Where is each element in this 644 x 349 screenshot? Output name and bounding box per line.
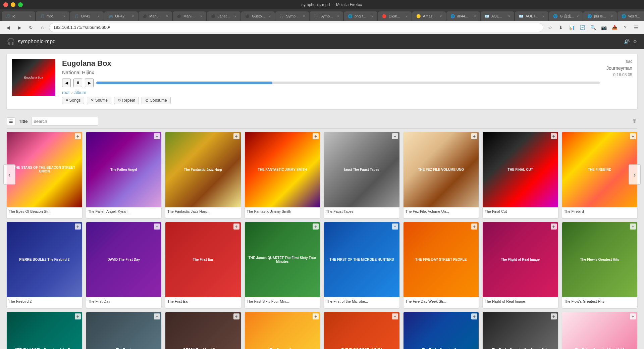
album-add-button-13[interactable]: + xyxy=(392,223,398,230)
browser-tab-19[interactable]: 🌐 yes 9... × xyxy=(618,11,644,21)
album-add-button-2[interactable]: + xyxy=(154,133,160,139)
tab-close-icon[interactable]: × xyxy=(132,14,134,18)
close-button[interactable] xyxy=(3,2,8,7)
consume-button[interactable]: ⊘ Consume xyxy=(142,97,171,104)
tab-close-icon[interactable]: × xyxy=(611,14,613,18)
tab-close-icon[interactable]: × xyxy=(406,14,408,18)
album-card-2[interactable]: The Fallen Angel + The Fallen Angel: Kyr… xyxy=(86,132,162,218)
tab-close-icon[interactable]: × xyxy=(269,14,271,18)
album-card-17[interactable]: STEVE LACY The Forest and the Zoo + The … xyxy=(7,312,82,349)
browser-tab-2[interactable]: 🎵 mpc × xyxy=(36,11,69,21)
album-card-8[interactable]: THE FIREBIRD + The Firebird xyxy=(562,132,638,218)
album-card-20[interactable]: The Connection + The... xyxy=(245,312,320,349)
album-add-button-17[interactable]: + xyxy=(75,313,81,319)
album-card-7[interactable]: THE FINAL CUT + The Final Cut xyxy=(483,132,558,218)
album-add-button-22[interactable]: + xyxy=(471,313,477,319)
browser-tab-11[interactable]: 🌐 png f... × xyxy=(344,11,377,21)
back-button[interactable]: ◀ xyxy=(3,23,13,32)
album-add-button-12[interactable]: + xyxy=(313,223,319,230)
album-add-button-1[interactable]: + xyxy=(75,133,81,139)
tab-close-icon[interactable]: × xyxy=(371,14,373,18)
pocket-button[interactable]: 📥 xyxy=(610,23,619,32)
album-card-15[interactable]: The Flight of Real Image + The Flight of… xyxy=(483,222,558,308)
sync-button[interactable]: 🔄 xyxy=(578,23,587,32)
album-card-22[interactable]: The Funky Organization + The... xyxy=(404,312,479,349)
browser-tab-5[interactable]: ⚫ Mahl... × xyxy=(139,11,172,21)
tab-close-icon[interactable]: × xyxy=(577,14,579,18)
tab-close-icon[interactable]: × xyxy=(29,14,31,18)
browser-tab-4[interactable]: 📹 OP42 × xyxy=(104,11,138,21)
album-card-6[interactable]: THE FEZ FILE VOLUME UNO + The Fez File, … xyxy=(404,132,479,218)
album-add-button-23[interactable]: + xyxy=(551,313,557,319)
tab-close-icon[interactable]: × xyxy=(200,14,202,18)
album-add-button-15[interactable]: + xyxy=(551,223,557,230)
download-button[interactable]: ⬇ xyxy=(556,23,566,32)
shuffle-button[interactable]: ✕ Shuffle xyxy=(87,97,111,104)
search-input[interactable] xyxy=(31,117,98,126)
browser-tab-8[interactable]: ⚫ Gusto... × xyxy=(241,11,275,21)
home-button[interactable]: ⌂ xyxy=(38,23,47,32)
album-card-5[interactable]: faust The Faust Tapes + The Faust Tapes xyxy=(324,132,399,218)
repeat-button[interactable]: ↺ Repeat xyxy=(114,97,139,104)
album-card-23[interactable]: The Funky Organization Henry Cain + The … xyxy=(483,312,558,349)
next-button[interactable]: ▶ xyxy=(85,79,94,87)
album-card-14[interactable]: THE FIVE DAY STREET PEOPLE + The Five Da… xyxy=(404,222,479,308)
browser-tab-13[interactable]: 🟡 Amaz... × xyxy=(412,11,446,21)
history-button[interactable]: 📊 xyxy=(567,23,576,32)
tab-close-icon[interactable]: × xyxy=(98,14,100,18)
browser-tab-6[interactable]: ⚫ Mahl... × xyxy=(173,11,206,21)
list-view-button[interactable]: ☰ xyxy=(7,117,15,125)
album-card-3[interactable]: The Fantastic Jazz Harp + The Fantastic … xyxy=(165,132,241,218)
browser-tab-17[interactable]: 🌐 G 音楽... × xyxy=(549,11,583,21)
tab-close-icon[interactable]: × xyxy=(166,14,168,18)
album-add-button-5[interactable]: + xyxy=(392,133,398,139)
bookmark-button[interactable]: ☆ xyxy=(545,23,555,32)
album-card-11[interactable]: The First Ear + The First Ear xyxy=(165,222,241,308)
browser-tab-15[interactable]: 📧 AOL... × xyxy=(481,11,514,21)
album-add-button-4[interactable]: + xyxy=(313,133,319,139)
album-card-10[interactable]: DAVID The First Day + The First Day xyxy=(86,222,162,308)
album-card-16[interactable]: The Flow's Greatest Hits + The Flow's Gr… xyxy=(562,222,638,308)
browser-tab-1[interactable]: 🎵 ic × xyxy=(2,11,35,21)
album-card-21[interactable]: THE FUGS FIRST ALBUM + The Fugs First Al… xyxy=(324,312,399,349)
album-card-18[interactable]: The Frost + The Frost... xyxy=(86,312,162,349)
album-add-button-14[interactable]: + xyxy=(471,223,477,230)
nav-arrow-right[interactable]: › xyxy=(629,164,641,185)
album-add-button-11[interactable]: + xyxy=(233,223,239,230)
album-add-button-10[interactable]: + xyxy=(154,223,160,230)
help-button[interactable]: ? xyxy=(621,23,630,32)
volume-icon[interactable]: 🔊 xyxy=(624,39,630,44)
browser-tab-9[interactable]: 🎧 Symp... × xyxy=(275,11,309,21)
maximize-button[interactable] xyxy=(18,2,23,7)
tab-close-icon[interactable]: × xyxy=(508,14,510,18)
browser-tab-3[interactable]: 🎵 OP42 × xyxy=(70,11,104,21)
nav-arrow-left[interactable]: ‹ xyxy=(3,164,15,185)
album-card-9[interactable]: PIERRE BOULEZ The Firebird 2 + The Fireb… xyxy=(7,222,82,308)
settings-icon[interactable]: ⚙ xyxy=(633,39,637,44)
album-add-button-18[interactable]: + xyxy=(154,313,160,319)
delete-button[interactable]: 🗑 xyxy=(632,118,637,124)
menu-button[interactable]: ☰ xyxy=(631,23,641,32)
tab-close-icon[interactable]: × xyxy=(234,14,236,18)
album-card-12[interactable]: THE James QUARTET The First Sixty Four M… xyxy=(245,222,320,308)
album-add-button-7[interactable]: + xyxy=(551,133,557,139)
search-button[interactable]: 🔍 xyxy=(588,23,598,32)
album-add-button-8[interactable]: + xyxy=(630,133,636,139)
pause-button[interactable]: ⏸ xyxy=(73,79,82,87)
album-add-button-21[interactable]: + xyxy=(392,313,398,319)
tab-close-icon[interactable]: × xyxy=(337,14,339,18)
tab-close-icon[interactable]: × xyxy=(303,14,305,18)
album-add-button-19[interactable]: + xyxy=(233,313,239,319)
album-add-button-3[interactable]: + xyxy=(233,133,239,139)
tab-close-icon[interactable]: × xyxy=(542,14,544,18)
browser-tab-12[interactable]: 🔴 Digik... × xyxy=(378,11,412,21)
camera-button[interactable]: 📷 xyxy=(599,23,608,32)
minimize-button[interactable] xyxy=(11,2,15,7)
browser-tab-10[interactable]: 🎧 Symp... × xyxy=(310,11,343,21)
forward-button[interactable]: ▶ xyxy=(15,23,24,32)
breadcrumb-root[interactable]: root xyxy=(62,90,69,95)
address-bar[interactable] xyxy=(49,23,543,32)
breadcrumb-album[interactable]: album xyxy=(74,90,86,95)
progress-bar-container[interactable] xyxy=(96,82,600,84)
tab-close-icon[interactable]: × xyxy=(63,14,65,18)
